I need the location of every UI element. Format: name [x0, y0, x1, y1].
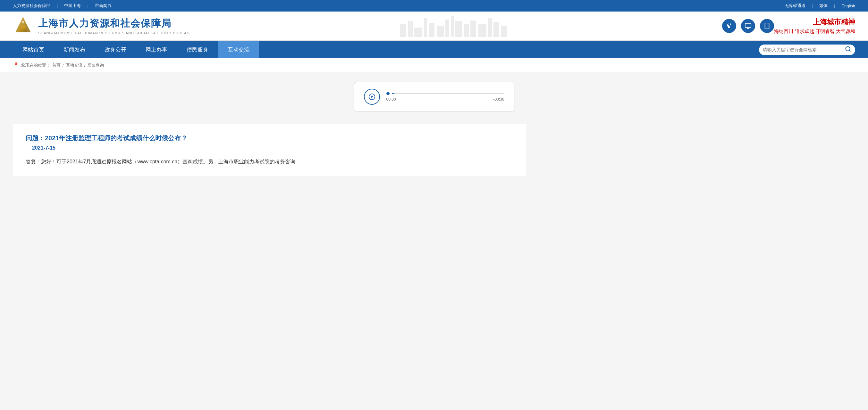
svg-point-21: [767, 28, 768, 28]
svg-rect-15: [478, 24, 487, 37]
logo-title: 上海市人力资源和社会保障局: [38, 17, 189, 30]
time-labels: 00:00 -00:30: [386, 97, 504, 102]
header-social: [722, 19, 774, 33]
main-content: 00:00 -00:30 问题：2021年注册监理工程师的考试成绩什么时候公布？…: [0, 72, 868, 265]
audio-player-wrap: 00:00 -00:30: [13, 82, 855, 111]
svg-rect-13: [464, 24, 469, 37]
svg-rect-5: [408, 21, 413, 37]
top-link-english[interactable]: English: [841, 3, 855, 8]
nav-service[interactable]: 便民服务: [177, 41, 218, 58]
logo-area: 上海市人力资源和社会保障局 SHANGHAI MUNICIPAL HUMAN R…: [13, 16, 189, 36]
divider4: |: [834, 3, 835, 8]
tablet-button[interactable]: [760, 19, 774, 33]
breadcrumb-feedback[interactable]: 反馈查询: [87, 63, 104, 68]
svg-rect-14: [470, 21, 476, 37]
search-icon[interactable]: [845, 46, 851, 54]
nav-online[interactable]: 网上办事: [136, 41, 177, 58]
progress-bar[interactable]: [386, 92, 504, 95]
current-time: 00:00: [386, 97, 396, 102]
svg-rect-17: [494, 22, 499, 37]
slogan-sub: 海纳百川 追求卓越 开明睿智 大气谦和: [774, 29, 855, 35]
top-link-shanghai[interactable]: 中国上海: [64, 3, 81, 9]
breadcrumb-prefix: 您现在的位置：: [21, 63, 50, 68]
skyline-decoration: [196, 15, 716, 37]
location-icon: 📍: [13, 62, 19, 68]
weibo-button[interactable]: [722, 19, 736, 33]
qa-section: 问题：2021年注册监理工程师的考试成绩什么时候公布？ 2021-7-15 答复…: [13, 124, 526, 176]
remaining-time: -00:30: [493, 97, 504, 102]
top-link-news[interactable]: 市新闻办: [95, 3, 112, 9]
svg-rect-1: [19, 28, 27, 32]
nav-news[interactable]: 新闻发布: [54, 41, 95, 58]
answer-text: 答复：您好！可于2021年7月底通过原报名网站（www.cpta.com.cn）…: [26, 157, 513, 167]
header: 上海市人力资源和社会保障局 SHANGHAI MUNICIPAL HUMAN R…: [0, 11, 868, 41]
top-link-hrss[interactable]: 人力资源社会保障部: [13, 3, 50, 9]
logo-icon: [13, 16, 33, 36]
top-bar-left: 人力资源社会保障部 | 中国上海 | 市新闻办: [13, 3, 112, 9]
logo-text: 上海市人力资源和社会保障局 SHANGHAI MUNICIPAL HUMAN R…: [38, 17, 189, 35]
audio-player: 00:00 -00:30: [354, 82, 514, 111]
svg-line-23: [849, 50, 851, 51]
svg-rect-18: [501, 26, 507, 37]
progress-track[interactable]: [392, 93, 504, 94]
svg-rect-2: [21, 25, 25, 29]
slogan-title: 上海城市精神: [774, 17, 855, 27]
svg-rect-8: [429, 23, 434, 37]
svg-rect-9: [437, 26, 444, 37]
divider2: |: [87, 3, 88, 8]
breadcrumb-interaction[interactable]: 互动交流: [66, 63, 83, 68]
svg-point-22: [846, 46, 850, 50]
nav-interaction[interactable]: 互动交流: [218, 41, 259, 58]
breadcrumb-sep1: /: [63, 63, 64, 68]
breadcrumb-sep2: /: [84, 63, 86, 68]
main-nav: 网站首页 新闻发布 政务公开 网上办事 便民服务 互动交流: [0, 41, 868, 58]
divider3: |: [812, 3, 813, 8]
top-link-accessible[interactable]: 无障碍通道: [785, 3, 805, 9]
progress-dot: [386, 92, 390, 95]
question-title: 问题：2021年注册监理工程师的考试成绩什么时候公布？: [26, 134, 513, 142]
svg-rect-7: [424, 18, 427, 37]
svg-rect-11: [451, 16, 454, 37]
svg-rect-12: [455, 21, 462, 37]
divider1: |: [57, 3, 58, 8]
breadcrumb-home[interactable]: 首页: [52, 63, 61, 68]
logo-subtitle: SHANGHAI MUNICIPAL HUMAN RESOURCES AND S…: [38, 31, 189, 35]
svg-rect-6: [414, 28, 422, 37]
breadcrumb: 📍 您现在的位置： 首页 / 互动交流 / 反馈查询: [0, 58, 868, 72]
top-bar-right: 无障碍通道 | 繁体 | English: [785, 3, 855, 9]
search-input[interactable]: [763, 47, 845, 52]
top-bar: 人力资源社会保障部 | 中国上海 | 市新闻办 无障碍通道 | 繁体 | Eng…: [0, 0, 868, 11]
svg-point-3: [22, 21, 24, 23]
svg-rect-16: [488, 18, 492, 37]
search-box[interactable]: [759, 44, 855, 55]
monitor-button[interactable]: [741, 19, 755, 33]
nav-government[interactable]: 政务公开: [95, 41, 136, 58]
top-link-traditional[interactable]: 繁体: [819, 3, 828, 9]
question-date: 2021-7-15: [26, 145, 513, 151]
header-slogan: 上海城市精神 海纳百川 追求卓越 开明睿智 大气谦和: [774, 17, 855, 35]
svg-rect-10: [445, 20, 449, 37]
play-button[interactable]: [364, 89, 380, 105]
progress-fill: [392, 93, 394, 94]
svg-rect-4: [400, 24, 406, 37]
player-controls: 00:00 -00:30: [386, 92, 504, 102]
svg-rect-19: [745, 23, 751, 28]
nav-home[interactable]: 网站首页: [13, 41, 54, 58]
